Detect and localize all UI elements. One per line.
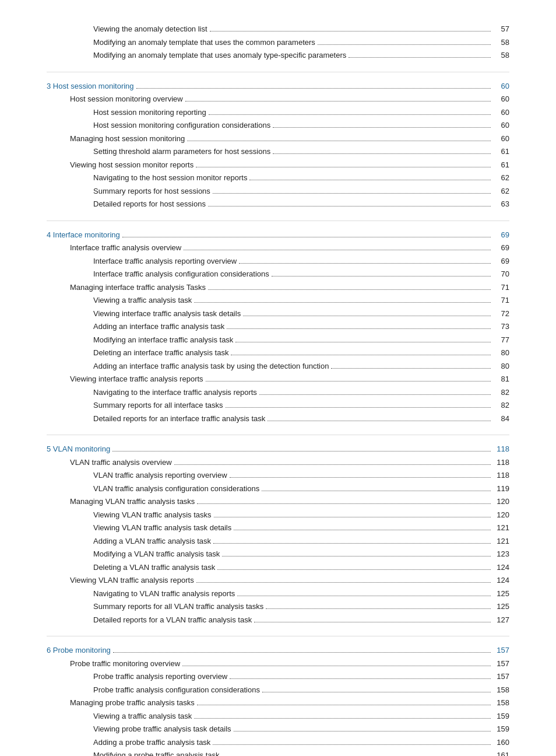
- toc-entry: Managing probe traffic analysis tasks158: [47, 697, 509, 709]
- toc-entry: Viewing a traffic analysis task159: [47, 710, 509, 722]
- toc-entry-label: Viewing VLAN traffic analysis task detai…: [93, 522, 231, 534]
- toc-entry-label: Deleting a VLAN traffic analysis task: [93, 562, 215, 573]
- toc-page-number: 118: [493, 470, 509, 481]
- toc-page-number: 124: [493, 575, 509, 586]
- toc-page-number: 125: [493, 601, 509, 612]
- toc-entry-label: Detailed reports for an interface traffi…: [93, 413, 265, 425]
- toc-entry-label: Viewing a traffic analysis task: [93, 710, 192, 722]
- toc-entry: Navigating to the interface traffic anal…: [47, 387, 509, 398]
- toc-entry-label: Modifying a VLAN traffic analysis task: [93, 548, 220, 560]
- toc-entry-label: Adding an interface traffic analysis tas…: [93, 360, 329, 372]
- toc-dots: [174, 464, 491, 465]
- toc-page-number: 161: [493, 750, 509, 756]
- toc-entry: Detailed reports for a VLAN traffic anal…: [47, 614, 509, 626]
- toc-page-number: 60: [493, 80, 509, 92]
- toc-dots: [268, 421, 491, 421]
- toc-entry-label: Probe traffic analysis configuration con…: [93, 684, 260, 696]
- toc-dots: [196, 582, 491, 583]
- toc-dots: [197, 705, 491, 705]
- toc-entry-label: Probe traffic analysis reporting overvie…: [93, 671, 227, 682]
- toc-page-number: 60: [493, 107, 509, 118]
- toc-page-number: 159: [493, 723, 509, 735]
- toc-page-number: 127: [493, 614, 509, 626]
- toc-page-number: 84: [493, 413, 509, 425]
- toc-entry: Viewing interface traffic analysis repor…: [47, 373, 509, 385]
- toc-dots: [136, 88, 491, 89]
- toc-entry: VLAN traffic analysis configuration cons…: [47, 483, 509, 495]
- toc-dots: [273, 127, 491, 128]
- toc-page-number: 118: [493, 443, 509, 455]
- toc-entry: Detailed reports for an interface traffi…: [47, 413, 509, 425]
- toc-section-probe-monitoring: 6 Probe monitoring157Probe traffic monit…: [47, 636, 509, 756]
- toc-page-number: 58: [493, 37, 509, 48]
- toc-dots: [194, 302, 491, 303]
- toc-page-number: 157: [493, 645, 509, 656]
- toc-entry: Managing host session monitoring60: [47, 133, 509, 145]
- toc-dots: [208, 206, 491, 206]
- toc-dots: [196, 167, 491, 167]
- section-divider: [47, 435, 509, 435]
- toc-page-number: 121: [493, 536, 509, 547]
- toc-dots: [182, 666, 491, 666]
- toc-page-number: 77: [493, 334, 509, 346]
- toc-dots: [187, 141, 491, 141]
- toc-dots: [226, 407, 491, 408]
- toc-entry: Navigating to VLAN traffic analysis repo…: [47, 588, 509, 600]
- toc-page-number: 124: [493, 562, 509, 573]
- toc-dots: [214, 517, 491, 517]
- toc-entry-label: Summary reports for all interface tasks: [93, 400, 223, 411]
- toc-dots: [227, 328, 491, 329]
- toc-entry: VLAN traffic analysis reporting overview…: [47, 470, 509, 481]
- toc-entry-label: VLAN traffic analysis configuration cons…: [93, 483, 259, 495]
- toc-dots: [262, 692, 491, 692]
- toc-page-number: 61: [493, 159, 509, 171]
- toc-entry-label: Modifying an anomaly template that uses …: [93, 50, 346, 61]
- section-divider: [47, 220, 509, 221]
- toc-entry: Managing VLAN traffic analysis tasks120: [47, 496, 509, 508]
- toc-page-number: 73: [493, 321, 509, 332]
- toc-entry: Setting threshold alarm parameters for h…: [47, 146, 509, 158]
- toc-entry-label: Detailed reports for a VLAN traffic anal…: [93, 614, 252, 626]
- toc-heading: 6 Probe monitoring157: [47, 645, 509, 656]
- toc-heading: 5 VLAN monitoring118: [47, 443, 509, 455]
- toc-entry-label: Adding an interface traffic analysis tas…: [93, 321, 224, 332]
- toc-dots: [185, 101, 491, 102]
- toc-entry: Viewing a traffic analysis task71: [47, 295, 509, 306]
- toc-entry: Probe traffic analysis reporting overvie…: [47, 671, 509, 682]
- toc-entry: Host session monitoring configuration co…: [47, 120, 509, 131]
- toc-entry-label: Deleting an interface traffic analysis t…: [93, 347, 228, 359]
- toc-page-number: 82: [493, 387, 509, 398]
- toc-dots: [318, 44, 491, 45]
- toc-dots: [259, 394, 491, 395]
- toc-entry-label: Interface traffic analysis configuration…: [93, 268, 269, 280]
- toc-entry-label: Navigating to VLAN traffic analysis repo…: [93, 588, 235, 600]
- toc-dots: [234, 530, 491, 530]
- toc-entry-label: Managing VLAN traffic analysis tasks: [70, 496, 195, 508]
- toc-page-number: 159: [493, 710, 509, 722]
- toc-entry: Adding a probe traffic analysis task160: [47, 737, 509, 748]
- toc-page-number: 62: [493, 186, 509, 197]
- toc-dots: [184, 250, 491, 250]
- toc-entry: Viewing VLAN traffic analysis reports124: [47, 575, 509, 586]
- toc-entry: Probe traffic analysis configuration con…: [47, 684, 509, 696]
- toc-heading: 4 Interface monitoring69: [47, 229, 509, 241]
- toc-dots: [237, 596, 491, 596]
- toc-entry-label: Detailed reports for host sessions: [93, 198, 206, 210]
- toc-page-number: 69: [493, 242, 509, 254]
- toc-entry: Managing interface traffic analysis Task…: [47, 282, 509, 293]
- toc-entry-label: VLAN traffic analysis reporting overview: [93, 470, 227, 481]
- toc-entry: Modifying an interface traffic analysis …: [47, 334, 509, 346]
- toc-dots: [210, 31, 491, 32]
- toc-entry: Viewing the anomaly detection list57: [47, 23, 509, 35]
- toc-entry: Viewing host session monitor reports61: [47, 159, 509, 171]
- toc-entry-label: Setting threshold alarm parameters for h…: [93, 146, 270, 158]
- toc-entry-label: Managing host session monitoring: [70, 133, 185, 145]
- toc-entry-label: Viewing VLAN traffic analysis tasks: [93, 509, 212, 521]
- toc-page-number: 60: [493, 120, 509, 131]
- toc-dots: [235, 342, 491, 342]
- toc-entry: Viewing VLAN traffic analysis task detai…: [47, 522, 509, 534]
- toc-entry: VLAN traffic analysis overview118: [47, 457, 509, 468]
- toc-dots: [113, 652, 491, 653]
- toc-dots: [222, 556, 491, 556]
- toc-page-number: 58: [493, 50, 509, 61]
